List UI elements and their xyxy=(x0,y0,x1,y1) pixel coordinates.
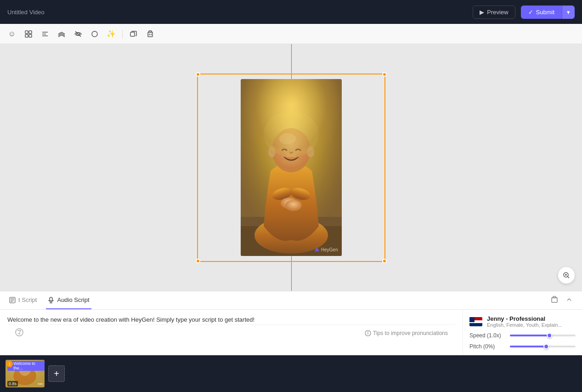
thumbnail-strip: Welcome to the... 1 0.8s ••• + xyxy=(0,355,582,392)
effects-tool-icon[interactable]: ✨ xyxy=(105,28,118,40)
text-script-tab-label: t Script xyxy=(18,296,37,303)
speed-thumb[interactable] xyxy=(547,333,552,338)
heygen-logo-icon xyxy=(314,247,320,252)
voice-description: English, Female, Youth, Explain... xyxy=(487,322,576,328)
tab-text-script[interactable]: t Script xyxy=(7,291,39,309)
voice-info: Jenny - Professional English, Female, Yo… xyxy=(487,315,576,328)
svg-point-22 xyxy=(285,200,302,211)
monk-figure xyxy=(241,79,342,256)
zoom-icon xyxy=(563,272,570,279)
visibility-tool-icon[interactable] xyxy=(72,28,85,40)
emoji-tool-icon[interactable]: ☺ xyxy=(6,28,18,40)
chevron-down-icon: ▾ xyxy=(567,9,570,16)
tips-label: Tips to improve pronunciations xyxy=(373,330,448,336)
zoom-button[interactable] xyxy=(558,267,575,284)
tips-link[interactable]: Tips to improve pronunciations xyxy=(365,330,448,336)
audio-script-tab-label: Audio Script xyxy=(57,296,89,303)
pitch-label: Pitch (0%) xyxy=(469,343,506,350)
svg-rect-3 xyxy=(29,34,32,37)
svg-line-32 xyxy=(568,277,570,278)
voice-selector[interactable]: Jenny - Professional English, Female, Yo… xyxy=(469,315,576,328)
pitch-thumb[interactable] xyxy=(543,344,549,349)
svg-point-47 xyxy=(368,331,368,332)
speed-slider-row: Speed (1.0x) xyxy=(469,332,576,339)
svg-rect-2 xyxy=(25,34,28,37)
pitch-slider-row: Pitch (0%) xyxy=(469,343,576,350)
background-glow xyxy=(241,79,342,168)
add-scene-button[interactable]: + xyxy=(48,365,65,382)
svg-point-44 xyxy=(19,333,20,334)
video-title: Untitled Video xyxy=(7,9,45,16)
duplicate-tool-icon[interactable] xyxy=(127,28,140,40)
scene-thumbnail[interactable]: Welcome to the... 1 0.8s ••• xyxy=(6,360,45,387)
svg-rect-10 xyxy=(130,32,135,36)
header: Untitled Video ▶ Preview ✓ Submit ▾ xyxy=(0,0,582,24)
delete-tool-icon[interactable] xyxy=(144,28,157,40)
delete-script-button[interactable] xyxy=(549,294,560,307)
submit-dropdown-button[interactable]: ▾ xyxy=(562,6,575,19)
svg-point-9 xyxy=(92,31,97,37)
speed-slider[interactable] xyxy=(510,335,576,336)
layers-tool-icon[interactable] xyxy=(55,28,68,40)
more-options-icon[interactable]: ••• xyxy=(38,381,43,386)
info-icon xyxy=(365,330,371,336)
svg-rect-1 xyxy=(29,31,32,34)
svg-rect-0 xyxy=(25,31,28,34)
thumbnail-title: Welcome to the... xyxy=(13,361,43,370)
tab-actions xyxy=(549,294,575,307)
collapse-script-button[interactable] xyxy=(564,294,575,307)
script-footer: Tips to improve pronunciations xyxy=(7,324,455,341)
toolbar: ☺ ✨ xyxy=(0,24,582,44)
text-script-icon xyxy=(9,297,16,303)
speed-fill xyxy=(510,335,549,336)
svg-rect-42 xyxy=(552,298,557,302)
handle-top-left[interactable] xyxy=(196,72,200,77)
submit-button-group: ✓ Submit ▾ xyxy=(521,6,575,19)
pitch-fill xyxy=(510,346,546,347)
svg-line-8 xyxy=(75,31,81,37)
tab-audio-script[interactable]: Audio Script xyxy=(46,291,91,309)
mic-icon xyxy=(48,297,54,303)
preview-label: Preview xyxy=(487,9,508,16)
submit-label: Submit xyxy=(536,9,554,16)
us-flag-icon xyxy=(469,317,482,326)
monk-image[interactable]: HeyGen xyxy=(241,79,342,256)
script-text[interactable]: Welcome to the new era of video creation… xyxy=(7,315,455,324)
svg-rect-11 xyxy=(148,32,153,37)
check-icon: ✓ xyxy=(528,9,533,16)
align-tool-icon[interactable] xyxy=(39,28,51,40)
submit-button[interactable]: ✓ Submit xyxy=(521,6,562,19)
handle-bottom-left[interactable] xyxy=(196,259,200,263)
speed-label: Speed (1.0x) xyxy=(469,332,506,339)
toolbar-divider xyxy=(122,29,123,39)
scene-duration: 0.8s xyxy=(7,381,18,386)
svg-rect-39 xyxy=(50,297,52,301)
svg-marker-30 xyxy=(315,247,319,251)
preview-button[interactable]: ▶ Preview xyxy=(473,6,515,19)
script-tabs: t Script Audio Script xyxy=(0,291,582,310)
thumbnail-label: Welcome to the... xyxy=(7,361,45,371)
shape-tool-icon[interactable] xyxy=(88,28,101,40)
watermark: HeyGen xyxy=(314,247,338,252)
play-icon: ▶ xyxy=(480,9,484,16)
handle-bottom-right[interactable] xyxy=(382,259,387,263)
canvas-content: HeyGen xyxy=(195,71,388,264)
handle-top-right[interactable] xyxy=(382,72,387,77)
voice-name: Jenny - Professional xyxy=(487,315,576,322)
pitch-slider[interactable] xyxy=(510,346,576,347)
scene-number-badge: 1 xyxy=(6,361,13,367)
layout-tool-icon[interactable] xyxy=(22,28,35,40)
ai-assist-icon[interactable] xyxy=(15,328,24,339)
canvas-area: HeyGen xyxy=(0,44,582,291)
